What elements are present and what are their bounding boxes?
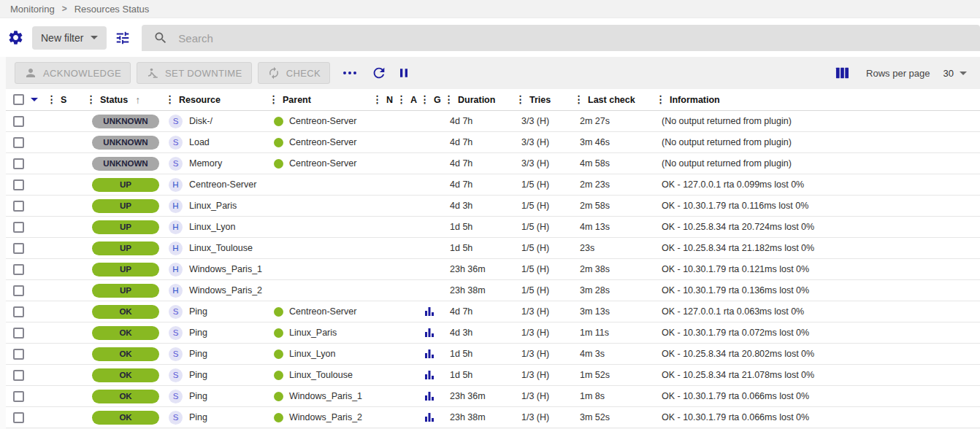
row-checkbox[interactable]: [13, 391, 24, 402]
table-row[interactable]: UPHCentreon-Server4d 7h1/5 (H)2m 23sOK -…: [6, 174, 980, 196]
resource-name[interactable]: Windows_Paris_1: [189, 264, 262, 274]
resource-cell[interactable]: HWindows_Paris_2: [165, 284, 269, 298]
resource-cell[interactable]: SLoad: [165, 136, 269, 150]
column-header-status[interactable]: ⋮Status↑: [86, 94, 165, 106]
table-row[interactable]: UPHLinux_Paris4d 3h1/5 (H)2m 58sOK - 10.…: [6, 196, 980, 217]
parent-cell[interactable]: Windows_Paris_2: [269, 412, 372, 422]
resource-name[interactable]: Linux_Lyon: [189, 222, 235, 232]
row-checkbox[interactable]: [13, 285, 24, 296]
parent-name[interactable]: Windows_Paris_2: [289, 412, 362, 422]
drag-handle-icon[interactable]: ⋮: [444, 95, 453, 105]
resource-name[interactable]: Memory: [189, 158, 222, 169]
table-row[interactable]: UPHLinux_Toulouse1d 5h1/5 (H)23sOK - 10.…: [6, 238, 980, 259]
parent-cell[interactable]: Centreon-Server: [269, 137, 372, 147]
parent-cell[interactable]: Centreon-Server: [269, 306, 372, 317]
column-header-g[interactable]: ⋮G: [420, 95, 444, 105]
resource-name[interactable]: Linux_Paris: [189, 201, 237, 211]
row-checkbox[interactable]: [13, 264, 24, 275]
search-bar[interactable]: [142, 25, 980, 51]
resource-name[interactable]: Windows_Paris_2: [189, 285, 262, 295]
display-mode-arrow-icon[interactable]: [31, 98, 38, 101]
table-row[interactable]: OKSPingWindows_Paris_223h 38m1/3 (H)3m 5…: [6, 407, 980, 428]
row-checkbox[interactable]: [13, 370, 24, 381]
column-header-tries[interactable]: ⋮Tries: [516, 95, 574, 105]
parent-name[interactable]: Centreon-Server: [289, 137, 356, 147]
resource-name[interactable]: Ping: [189, 412, 207, 422]
parent-name[interactable]: Linux_Paris: [289, 328, 337, 338]
parent-name[interactable]: Linux_Lyon: [289, 349, 335, 359]
breadcrumb-monitoring[interactable]: Monitoring: [10, 4, 55, 15]
row-checkbox[interactable]: [13, 201, 24, 212]
resource-cell[interactable]: SPing: [165, 305, 269, 319]
chart-icon[interactable]: [424, 391, 435, 401]
resource-name[interactable]: Disk-/: [189, 116, 213, 126]
breadcrumb-resources-status[interactable]: Resources Status: [74, 4, 150, 15]
resource-name[interactable]: Centreon-Server: [189, 179, 256, 190]
column-header-s[interactable]: ⋮S: [47, 95, 86, 105]
drag-handle-icon[interactable]: ⋮: [165, 95, 175, 105]
table-row[interactable]: OKSPingLinux_Paris4d 3h1/3 (H)1m 11sOK -…: [6, 322, 980, 344]
resource-cell[interactable]: SMemory: [165, 157, 269, 171]
row-checkbox[interactable]: [13, 243, 24, 254]
table-row[interactable]: OKSPingLinux_Lyon1d 5h1/3 (H)4m 3sOK - 1…: [6, 344, 980, 365]
parent-cell[interactable]: Centreon-Server: [269, 116, 372, 126]
resource-cell[interactable]: SPing: [165, 368, 269, 382]
chart-icon[interactable]: [424, 370, 435, 380]
table-row[interactable]: UNKNOWNSDisk-/Centreon-Server4d 7h3/3 (H…: [6, 111, 980, 132]
more-actions-button[interactable]: [343, 72, 356, 74]
table-row[interactable]: OKSPingLinux_Toulouse1d 5h1/3 (H)1m 52sO…: [6, 365, 980, 386]
row-checkbox[interactable]: [13, 412, 24, 423]
filter-settings-button[interactable]: [3, 26, 28, 50]
search-input[interactable]: [178, 32, 470, 45]
parent-name[interactable]: Windows_Paris_1: [289, 391, 362, 401]
drag-handle-icon[interactable]: ⋮: [574, 95, 583, 105]
drag-handle-icon[interactable]: ⋮: [420, 95, 429, 105]
refresh-button[interactable]: [367, 61, 391, 85]
table-row[interactable]: OKSPingCentreon-Server4d 7h1/3 (H)3m 13s…: [6, 301, 980, 322]
chart-icon[interactable]: [424, 349, 435, 359]
parent-name[interactable]: Centreon-Server: [289, 306, 356, 317]
parent-name[interactable]: Centreon-Server: [289, 158, 356, 169]
row-checkbox[interactable]: [13, 306, 24, 317]
chart-icon[interactable]: [424, 412, 435, 422]
table-row[interactable]: UPHWindows_Paris_223h 38m1/5 (H)3m 28sOK…: [6, 280, 980, 301]
resource-cell[interactable]: SPing: [165, 326, 269, 340]
chart-icon[interactable]: [424, 328, 435, 338]
table-row[interactable]: UPHWindows_Paris_123h 36m1/5 (H)2m 38sOK…: [6, 259, 980, 280]
pause-autorefresh-button[interactable]: [391, 61, 416, 85]
resource-name[interactable]: Ping: [189, 391, 207, 401]
resource-name[interactable]: Linux_Toulouse: [189, 243, 253, 253]
resource-cell[interactable]: HWindows_Paris_1: [165, 263, 269, 277]
parent-name[interactable]: Linux_Toulouse: [289, 370, 353, 380]
resource-name[interactable]: Ping: [189, 349, 207, 359]
column-header-last_check[interactable]: ⋮Last check: [574, 95, 656, 105]
drag-handle-icon[interactable]: ⋮: [269, 95, 278, 105]
resource-cell[interactable]: HLinux_Paris: [165, 199, 269, 213]
row-checkbox[interactable]: [13, 222, 24, 233]
table-row[interactable]: OKSPingWindows_Paris_123h 36m1/3 (H)1m 8…: [6, 386, 980, 407]
column-header-n[interactable]: ⋮N: [372, 95, 397, 105]
drag-handle-icon[interactable]: ⋮: [86, 94, 96, 104]
parent-cell[interactable]: Centreon-Server: [269, 158, 372, 169]
drag-handle-icon[interactable]: ⋮: [397, 95, 406, 105]
resource-cell[interactable]: SDisk-/: [165, 115, 269, 128]
acknowledge-button[interactable]: ACKNOWLEDGE: [15, 62, 131, 84]
column-header-a[interactable]: ⋮A: [397, 95, 420, 105]
set-downtime-button[interactable]: SET DOWNTIME: [137, 62, 252, 84]
drag-handle-icon[interactable]: ⋮: [372, 95, 382, 105]
parent-cell[interactable]: Linux_Paris: [269, 328, 372, 338]
filter-select[interactable]: New filter: [32, 26, 107, 50]
table-row[interactable]: UPHLinux_Lyon1d 5h1/5 (H)4m 13sOK - 10.2…: [6, 217, 980, 238]
parent-cell[interactable]: Windows_Paris_1: [269, 391, 372, 401]
row-checkbox[interactable]: [13, 137, 24, 148]
resource-cell[interactable]: SPing: [165, 347, 269, 361]
drag-handle-icon[interactable]: ⋮: [47, 95, 56, 105]
resource-name[interactable]: Ping: [189, 306, 207, 317]
resource-name[interactable]: Load: [189, 137, 210, 147]
column-header-information[interactable]: ⋮Information: [656, 95, 980, 105]
parent-name[interactable]: Centreon-Server: [289, 116, 356, 126]
row-checkbox[interactable]: [13, 349, 24, 360]
select-all-checkbox[interactable]: [13, 94, 24, 105]
resource-cell[interactable]: SPing: [165, 390, 269, 403]
drag-handle-icon[interactable]: ⋮: [656, 95, 665, 105]
